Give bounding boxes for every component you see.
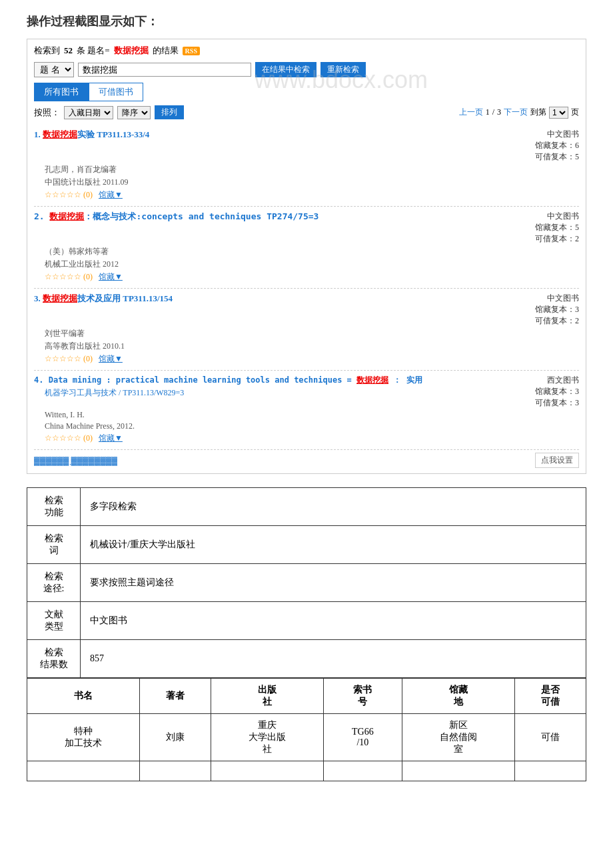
book-jc-3[interactable]: 馆藏▼ xyxy=(99,354,123,363)
col-header-callnum: 索书号 xyxy=(324,679,402,714)
cell-available-1: 可借 xyxy=(514,714,586,761)
search-in-results-button[interactable]: 在结果中检索 xyxy=(255,62,316,77)
book-num-3: 3. xyxy=(34,293,41,303)
book-entry-1: 1. 数据挖掘实验 TP311.13-33/4 中文图书 馆藏复本：6 可借复本… xyxy=(34,125,579,207)
book-pre-4: Data mining : practical machine learning… xyxy=(49,375,356,385)
book-entry-2: 2. 数据挖掘：概念与技术:concepts and techniques TP… xyxy=(34,207,579,289)
sort-left: 按照： 入藏日期 降序 排列 xyxy=(34,105,184,119)
book-type-1: 中文图书 馆藏复本：6 可借复本：5 xyxy=(519,129,579,163)
label-doctype: 文献类型 xyxy=(27,602,81,640)
cell-location-1: 新区自然借阅室 xyxy=(402,714,514,761)
info-row-keyword: 检索词 机械设计/重庆大学出版社 xyxy=(27,526,586,564)
label-keyword: 检索词 xyxy=(27,526,81,564)
book-rest-4: ： 实用 xyxy=(388,375,422,385)
book-jc-4[interactable]: 馆藏▼ xyxy=(99,433,123,443)
sort-row: 按照： 入藏日期 降序 排列 上一页 1 / 3 下一页 到第 1 2 3 页 xyxy=(34,105,579,119)
cell-callnum-1: TG66/10 xyxy=(324,714,402,761)
info-row-path: 检索途径: 要求按照主题词途径 xyxy=(27,564,586,602)
page-title: 操作过程截图显示如下： xyxy=(27,13,586,29)
cell-callnum-2 xyxy=(324,761,402,781)
book-num-2: 2. xyxy=(34,211,45,221)
cell-available-2 xyxy=(514,761,586,781)
book-jc-2[interactable]: 馆藏▼ xyxy=(99,272,123,281)
cell-location-2 xyxy=(402,761,514,781)
book-authors-3: 刘世平编著 xyxy=(45,328,579,339)
info-row-count: 检索结果数 857 xyxy=(27,640,586,678)
search-suffix: 的结果 xyxy=(153,45,179,57)
tab-available-books[interactable]: 可借图书 xyxy=(89,83,143,101)
prev-page-link[interactable]: 上一页 xyxy=(459,107,483,118)
total-pages: 3 xyxy=(497,107,501,117)
cell-bookname-2 xyxy=(27,761,140,781)
search-prefix: 检索到 xyxy=(34,45,60,57)
book-publisher-4: China Machine Press, 2012. xyxy=(45,421,579,431)
page-suffix: 页 xyxy=(571,107,579,118)
book-entry-4: 4. Data mining : practical machine learn… xyxy=(34,371,579,450)
sort-field-select[interactable]: 入藏日期 xyxy=(64,106,113,119)
col-header-publisher: 出版社 xyxy=(211,679,324,714)
sort-order-select[interactable]: 降序 xyxy=(117,106,151,119)
book-num-4: 4. xyxy=(34,375,43,385)
data-table: 书名 著者 出版社 索书号 馆藏地 是否可借 特种加工技术 刘康 重庆大学出版社… xyxy=(27,678,586,781)
book-title-link-4[interactable]: 4. Data mining : practical machine learn… xyxy=(34,375,422,385)
table-header-row: 书名 著者 出版社 索书号 馆藏地 是否可借 xyxy=(27,679,586,714)
book-rest-2: ：概念与技术:concepts and techniques TP274/75=… xyxy=(84,211,318,221)
search-bar: 题 名 在结果中检索 重新检索 xyxy=(34,62,579,77)
tabs-row: 所有图书 可借图书 xyxy=(34,83,579,101)
info-row-function: 检索功能 多字段检索 xyxy=(27,488,586,526)
value-keyword: 机械设计/重庆大学出版社 xyxy=(81,526,586,564)
book-title-link-2[interactable]: 2. 数据挖掘：概念与技术:concepts and techniques TP… xyxy=(34,211,318,223)
next-page-link[interactable]: 下一页 xyxy=(504,107,528,118)
lower-table-section: 检索功能 多字段检索 检索词 机械设计/重庆大学出版社 检索途径: 要求按照主题… xyxy=(27,487,586,781)
tab-all-books[interactable]: 所有图书 xyxy=(34,83,89,101)
book-type-2: 中文图书 馆藏复本：5 可借复本：2 xyxy=(519,211,579,245)
book-publisher-3: 高等教育出版社 2010.1 xyxy=(45,341,579,352)
label-count: 检索结果数 xyxy=(27,640,81,678)
book-stars-3: ☆☆☆☆☆ (0) 馆藏▼ xyxy=(45,353,579,365)
search-header: 检索到 52 条 题名=数据挖掘 的结果 RSS xyxy=(34,45,579,57)
book-rest-1: 实验 TP311.13-33/4 xyxy=(77,129,149,139)
col-header-author: 著者 xyxy=(139,679,211,714)
more-text: ▓▓▓▓▓▓ ▓▓▓▓▓▓▓▓ xyxy=(34,456,117,468)
book-authors-2: （美）韩家炜等著 xyxy=(45,246,579,257)
book-num-1: 1. xyxy=(34,129,41,139)
value-function: 多字段检索 xyxy=(81,488,586,526)
rss-badge: RSS xyxy=(183,47,200,55)
search-results-box: www.bdocx.com 检索到 52 条 题名=数据挖掘 的结果 RSS 题… xyxy=(27,39,586,474)
goto-label: 到第 xyxy=(530,107,546,118)
label-path: 检索途径: xyxy=(27,564,81,602)
cell-author-1: 刘康 xyxy=(139,714,211,761)
col-header-available: 是否可借 xyxy=(514,679,586,714)
col-header-bookname: 书名 xyxy=(27,679,140,714)
book-title-link-3[interactable]: 3. 数据挖掘技术及应用 TP311.13/154 xyxy=(34,293,173,305)
info-table: 检索功能 多字段检索 检索词 机械设计/重庆大学出版社 检索途径: 要求按照主题… xyxy=(27,487,586,678)
book-title-link-1[interactable]: 1. 数据挖掘实验 TP311.13-33/4 xyxy=(34,129,149,141)
value-count: 857 xyxy=(81,640,586,678)
book-jc-1[interactable]: 馆藏▼ xyxy=(99,190,123,199)
table-row-2 xyxy=(27,761,586,781)
book-hl-2: 数据挖掘 xyxy=(49,211,84,221)
book-rest-3: 技术及应用 TP311.13/154 xyxy=(77,293,173,303)
sort-button[interactable]: 排列 xyxy=(155,105,184,119)
book-publisher-1: 中国统计出版社 2011.09 xyxy=(45,177,579,188)
book-type-3: 中文图书 馆藏复本：3 可借复本：2 xyxy=(519,293,579,327)
book-stars-1: ☆☆☆☆☆ (0) 馆藏▼ xyxy=(45,189,579,201)
page-separator: / xyxy=(492,107,494,117)
book-entry-3: 3. 数据挖掘技术及应用 TP311.13/154 中文图书 馆藏复本：3 可借… xyxy=(34,289,579,371)
book-publisher-2: 机械工业出版社 2012 xyxy=(45,259,579,270)
search-field-select[interactable]: 题 名 xyxy=(34,62,74,77)
book-subtitle-4: 机器学习工具与技术 / TP311.13/W829=3 xyxy=(45,387,422,399)
more-results-row: ▓▓▓▓▓▓ ▓▓▓▓▓▓▓▓ 点我设置 xyxy=(34,453,579,468)
book-stars-4: ☆☆☆☆☆ (0) 馆藏▼ xyxy=(45,433,579,444)
label-function: 检索功能 xyxy=(27,488,81,526)
search-input[interactable] xyxy=(78,63,251,77)
page-select[interactable]: 1 2 3 xyxy=(549,107,568,119)
value-doctype: 中文图书 xyxy=(81,602,586,640)
click-settings-button[interactable]: 点我设置 xyxy=(535,453,579,468)
col-header-location: 馆藏地 xyxy=(402,679,514,714)
book-stars-2: ☆☆☆☆☆ (0) 馆藏▼ xyxy=(45,271,579,283)
table-row-1: 特种加工技术 刘康 重庆大学出版社 TG66/10 新区自然借阅室 可借 xyxy=(27,714,586,761)
search-mid: 条 题名= xyxy=(77,45,110,57)
new-search-button[interactable]: 重新检索 xyxy=(320,62,366,77)
current-page: 1 xyxy=(486,107,490,117)
